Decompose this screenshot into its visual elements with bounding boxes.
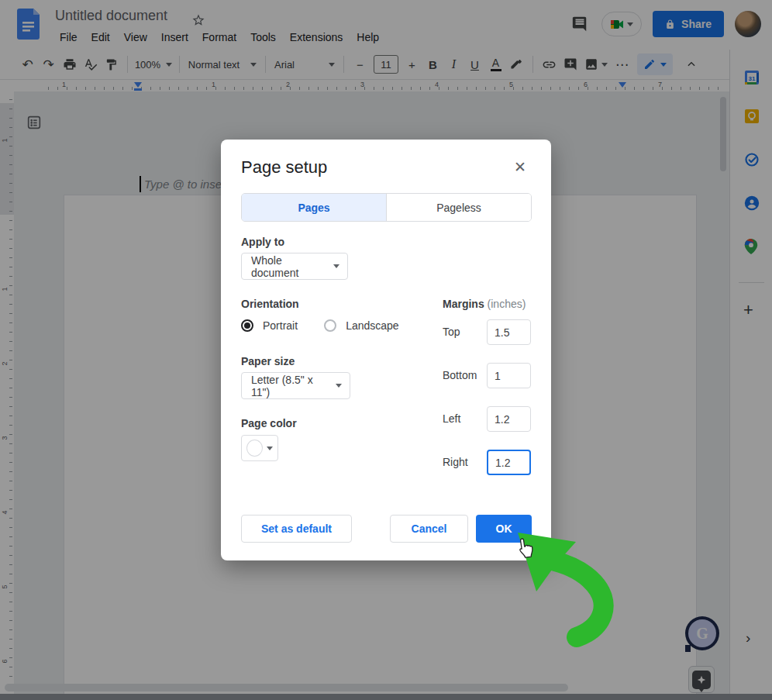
tab-pageless[interactable]: Pageless xyxy=(386,194,531,221)
tab-pages[interactable]: Pages xyxy=(242,194,386,221)
margin-left-label: Left xyxy=(443,406,486,432)
page-color-picker[interactable] xyxy=(241,435,278,461)
radio-unselected-icon xyxy=(324,319,336,332)
radio-landscape[interactable]: Landscape xyxy=(324,319,399,332)
paper-size-select[interactable]: Letter (8.5" x 11") xyxy=(241,372,350,399)
margin-right-input[interactable] xyxy=(487,450,531,475)
dropdown-caret-icon xyxy=(336,384,342,388)
margin-top-input[interactable] xyxy=(487,319,531,345)
orientation-options: Portrait Landscape xyxy=(241,319,399,332)
dropdown-caret-icon xyxy=(333,264,339,268)
ok-button[interactable]: OK xyxy=(476,515,532,543)
radio-portrait[interactable]: Portrait xyxy=(241,319,298,332)
paper-size-label: Paper size xyxy=(241,355,295,367)
page-setup-dialog: Page setup ✕ Pages Pageless Apply to Who… xyxy=(221,140,551,560)
margin-bottom-label: Bottom xyxy=(443,363,486,388)
margin-top-label: Top xyxy=(443,319,486,345)
margin-left-input[interactable] xyxy=(487,406,531,432)
dropdown-caret-icon xyxy=(267,447,273,450)
dialog-title: Page setup xyxy=(241,157,327,178)
margins-label: Margins (inches) xyxy=(443,298,526,310)
dialog-tabs: Pages Pageless xyxy=(241,193,532,222)
apply-to-label: Apply to xyxy=(241,236,284,248)
set-as-default-button[interactable]: Set as default xyxy=(241,515,352,543)
margin-right-label: Right xyxy=(443,450,486,475)
current-color-swatch xyxy=(246,440,263,457)
close-icon[interactable]: ✕ xyxy=(512,158,529,175)
radio-selected-icon xyxy=(241,319,253,332)
page-color-label: Page color xyxy=(241,417,297,429)
orientation-label: Orientation xyxy=(241,298,299,310)
apply-to-select[interactable]: Whole document xyxy=(241,253,348,280)
margin-bottom-input[interactable] xyxy=(487,363,531,388)
cancel-button[interactable]: Cancel xyxy=(390,515,468,543)
